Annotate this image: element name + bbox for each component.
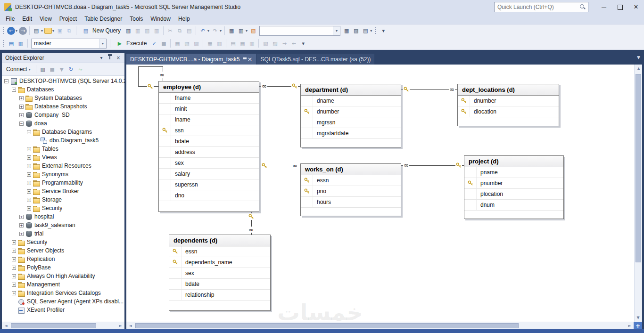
expand-icon[interactable]: + xyxy=(19,232,24,236)
tree-item-trial[interactable]: +trial xyxy=(2,229,124,238)
activity-monitor-icon[interactable]: ≈ xyxy=(76,65,85,73)
cut-icon[interactable]: ✂ xyxy=(166,26,174,35)
column-row[interactable]: essn xyxy=(301,175,401,186)
pin-icon[interactable] xyxy=(106,54,114,62)
stop-icon[interactable]: ■ xyxy=(48,65,57,73)
pan-button[interactable]: + xyxy=(634,322,642,329)
tree-item-always-on-high-availability[interactable]: +Always On High Availability xyxy=(2,272,124,280)
column-row[interactable]: relationship xyxy=(169,290,270,301)
minimize-button[interactable] xyxy=(596,0,612,14)
expand-icon[interactable]: + xyxy=(27,189,31,194)
tree-item-company-sd[interactable]: +Company_SD xyxy=(2,111,124,119)
tree-item-service-broker[interactable]: +Service Broker xyxy=(2,187,124,195)
expand-icon[interactable]: + xyxy=(12,283,16,287)
column-row[interactable]: address xyxy=(159,147,259,158)
column-row[interactable]: essn xyxy=(169,246,270,257)
cancel-query-icon[interactable]: ■ xyxy=(159,39,168,48)
xmla-query-icon[interactable]: ▥ xyxy=(152,26,161,35)
execute-button[interactable]: ▶Execute xyxy=(112,38,149,49)
tree-item-integration-services-catalogs[interactable]: +Integration Services Catalogs xyxy=(2,289,124,297)
table-header[interactable]: works_on (d) xyxy=(301,164,401,175)
uncomment-icon[interactable]: ▨ xyxy=(271,39,279,48)
menu-table-designer[interactable]: Table Designer xyxy=(81,14,126,24)
expand-icon[interactable]: + xyxy=(19,96,24,100)
client-stats-icon[interactable]: ▥ xyxy=(215,39,223,48)
expand-icon[interactable]: + xyxy=(19,215,24,219)
dmx-query-icon[interactable]: ▥ xyxy=(143,26,151,35)
query-toolbar-overflow-icon[interactable]: ▾ xyxy=(299,39,307,48)
close-icon[interactable]: × xyxy=(114,54,123,62)
new-project-icon[interactable]: ▤ xyxy=(32,26,41,35)
expand-icon[interactable]: + xyxy=(27,206,31,211)
expand-icon[interactable]: + xyxy=(19,223,24,227)
menu-file[interactable]: File xyxy=(2,14,18,24)
diagram-table-project[interactable]: project (d)pnamepnumberplocationdnum xyxy=(464,155,564,219)
diagram-table-department[interactable]: department (d)dnamednumbermgrssnmgrstart… xyxy=(300,84,401,147)
connect-query-icon[interactable]: ▤ xyxy=(7,39,16,48)
relationships-icon[interactable]: ▦ xyxy=(342,26,351,35)
expand-icon[interactable]: + xyxy=(12,291,16,295)
menu-tools[interactable]: Tools xyxy=(126,14,147,24)
column-row[interactable]: dnumber xyxy=(301,106,401,117)
object-explorer-hscrollbar[interactable]: ◄ ► xyxy=(2,322,124,329)
tree-item-views[interactable]: +Views xyxy=(2,153,124,162)
chevron-down-icon[interactable]: ▾ xyxy=(41,29,43,33)
results-to-file-icon[interactable]: ▥ xyxy=(248,39,256,48)
column-row[interactable]: fname xyxy=(159,93,259,104)
filter-icon[interactable]: ▼ xyxy=(58,65,66,73)
menu-project[interactable]: Project xyxy=(56,14,81,24)
tree-item-storage[interactable]: +Storage xyxy=(2,195,124,204)
column-row[interactable]: dno xyxy=(159,190,259,201)
expand-icon[interactable]: + xyxy=(19,113,24,117)
connect-button[interactable]: Connect ▾ xyxy=(4,65,34,74)
column-row[interactable]: sex xyxy=(159,158,259,169)
scroll-track[interactable] xyxy=(10,322,116,329)
tree-item-polybase[interactable]: +PolyBase xyxy=(2,263,124,272)
column-row[interactable]: bdate xyxy=(169,279,270,290)
redo-icon[interactable]: ↷ xyxy=(211,26,219,35)
copy-icon[interactable]: ⧉ xyxy=(175,26,184,35)
expand-icon[interactable]: + xyxy=(12,249,16,253)
chevron-down-icon[interactable]: ▾ xyxy=(97,54,106,62)
column-row[interactable]: dnum xyxy=(464,200,563,211)
expand-icon[interactable]: + xyxy=(19,105,24,109)
diagram-table-dependents[interactable]: dependents (d)essndependents_namesexbdat… xyxy=(169,235,271,311)
tree-item-security[interactable]: +Security xyxy=(2,204,124,212)
column-row[interactable]: dname xyxy=(301,96,401,106)
tree-item-databases[interactable]: −Databases xyxy=(2,85,124,94)
document-list-chevron-icon[interactable]: ▼ xyxy=(637,55,640,60)
mdx-query-icon[interactable]: ▥ xyxy=(133,26,142,35)
change-connection-icon[interactable]: ▥ xyxy=(17,39,25,48)
toolbar-grip[interactable] xyxy=(374,26,377,35)
object-explorer-header[interactable]: Object Explorer ▾ × xyxy=(2,53,124,63)
menu-help[interactable]: Help xyxy=(174,14,194,24)
save-icon[interactable]: ▣ xyxy=(56,26,64,35)
column-row[interactable]: superssn xyxy=(159,179,259,190)
tree-item-task9-salesman[interactable]: +task9_salesman xyxy=(2,221,124,229)
scroll-right-icon[interactable]: ► xyxy=(626,322,634,329)
tab-sql[interactable]: SQLQTask5.sql - DES...CB.master (sa (52)… xyxy=(256,54,374,65)
collapse-icon[interactable]: − xyxy=(12,88,16,92)
parse-icon[interactable]: ✓ xyxy=(150,39,158,48)
toolbar-grip[interactable] xyxy=(2,39,5,48)
intellisense-enabled-icon[interactable]: ▨ xyxy=(192,39,200,48)
properties-window-icon[interactable]: ▤ xyxy=(361,26,370,35)
database-engine-query-icon[interactable]: ▥ xyxy=(124,26,132,35)
nav-back-icon[interactable]: ← xyxy=(7,27,15,35)
tree-item-replication[interactable]: +Replication xyxy=(2,255,124,263)
column-row[interactable]: pno xyxy=(301,186,401,197)
scroll-left-icon[interactable]: ◄ xyxy=(2,322,10,329)
column-row[interactable]: dnumber xyxy=(458,96,559,106)
tree-item-management[interactable]: +Management xyxy=(2,280,124,289)
chevron-down-icon[interactable]: ▾ xyxy=(370,29,372,33)
scroll-thumb[interactable] xyxy=(636,74,641,262)
results-to-text-icon[interactable]: ▤ xyxy=(229,39,237,48)
toolbar-grip[interactable] xyxy=(2,26,5,35)
tree-item-dbo-diagram-task5[interactable]: dbo.Diagram_task5 xyxy=(2,136,124,145)
expand-icon[interactable]: + xyxy=(27,164,31,168)
scroll-thumb[interactable] xyxy=(11,323,96,328)
diagram-hscrollbar[interactable]: ◄ ► + xyxy=(126,322,642,329)
column-row[interactable]: ssn xyxy=(159,125,259,136)
diagram-canvas[interactable]: خمسات ▲ ▼ employee (d)fnameminitlnamessn… xyxy=(126,65,642,322)
tree-item-sql-server-agent-agent-xps-disabl[interactable]: SQL Server Agent (Agent XPs disabl... xyxy=(2,297,124,306)
